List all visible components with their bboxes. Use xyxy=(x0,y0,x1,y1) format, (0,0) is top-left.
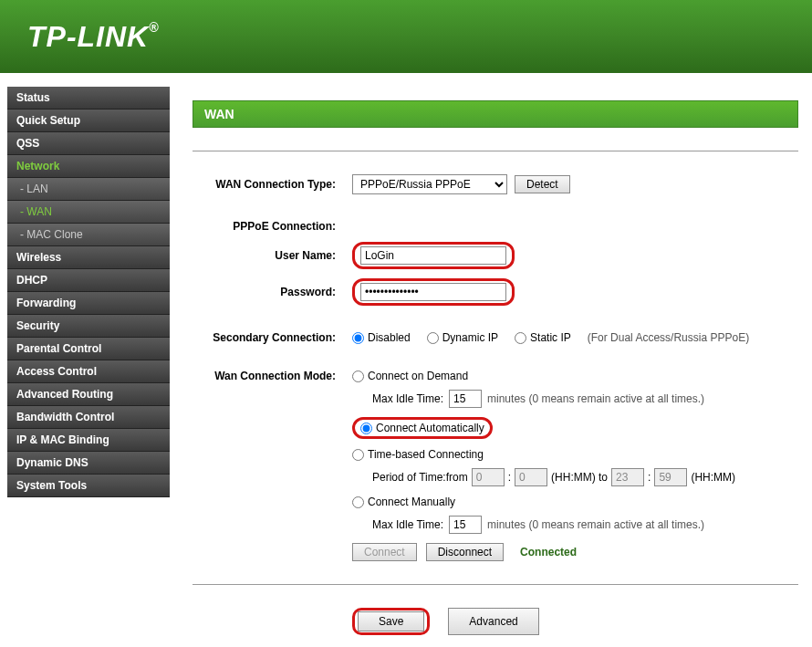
secondary-conn-label: Secondary Connection: xyxy=(193,331,352,344)
period-end-label: (HH:MM) xyxy=(691,471,735,484)
mode-demand-label: Connect on Demand xyxy=(368,370,468,382)
max-idle-help-2: minutes (0 means remain active at all ti… xyxy=(487,518,704,531)
divider xyxy=(193,151,798,151)
period-to-m-input[interactable] xyxy=(654,468,687,486)
divider-bottom xyxy=(193,584,798,585)
secondary-disabled-radio[interactable] xyxy=(352,332,364,344)
sidebar-sub-mac-clone[interactable]: - MAC Clone xyxy=(7,224,170,246)
mode-demand-radio[interactable] xyxy=(352,370,364,382)
sidebar-item-access-control[interactable]: Access Control xyxy=(7,360,170,383)
sidebar-sub-lan[interactable]: - LAN xyxy=(7,178,170,201)
username-input[interactable] xyxy=(360,246,506,265)
sidebar-item-dhcp[interactable]: DHCP xyxy=(7,269,170,292)
brand-logo: TP-LINK® xyxy=(27,20,160,54)
max-idle-label-2: Max Idle Time: xyxy=(372,518,443,531)
password-input[interactable] xyxy=(360,283,506,301)
secondary-dynamic-radio[interactable] xyxy=(427,332,439,344)
password-highlight xyxy=(352,278,515,306)
colon-1: : xyxy=(508,471,511,484)
sidebar-item-forwarding[interactable]: Forwarding xyxy=(7,292,170,315)
sidebar-item-dynamic-dns[interactable]: Dynamic DNS xyxy=(7,452,170,475)
advanced-button[interactable]: Advanced xyxy=(448,608,538,635)
secondary-help-text: (For Dual Access/Russia PPPoE) xyxy=(588,331,749,344)
secondary-disabled-label: Disabled xyxy=(368,331,411,344)
max-idle-input-1[interactable] xyxy=(449,390,482,408)
sidebar-item-qss[interactable]: QSS xyxy=(7,132,170,155)
sidebar-item-bandwidth-control[interactable]: Bandwidth Control xyxy=(7,406,170,429)
mode-auto-highlight: Connect Automatically xyxy=(352,417,493,439)
sidebar-item-network[interactable]: Network xyxy=(7,155,170,178)
sidebar-item-system-tools[interactable]: System Tools xyxy=(7,475,170,497)
secondary-static-label: Static IP xyxy=(530,331,571,344)
sidebar-nav: Status Quick Setup QSS Network - LAN - W… xyxy=(0,73,170,647)
sidebar-item-wireless[interactable]: Wireless xyxy=(7,246,170,269)
username-label: User Name: xyxy=(193,249,352,262)
save-button[interactable]: Save xyxy=(358,611,424,631)
period-from-h-input[interactable] xyxy=(472,468,505,486)
period-from-m-input[interactable] xyxy=(515,468,547,486)
max-idle-input-2[interactable] xyxy=(449,516,482,534)
wan-conn-type-select[interactable]: PPPoE/Russia PPPoE xyxy=(352,174,507,194)
period-to-h-input[interactable] xyxy=(611,468,644,486)
max-idle-label-1: Max Idle Time: xyxy=(372,392,443,405)
username-highlight xyxy=(352,242,515,269)
mode-time-label: Time-based Connecting xyxy=(368,448,484,461)
sidebar-item-quick-setup[interactable]: Quick Setup xyxy=(7,110,170,132)
mode-manual-radio[interactable] xyxy=(352,496,364,508)
sidebar-sub-wan[interactable]: - WAN xyxy=(7,201,170,224)
page-title: WAN xyxy=(193,100,798,128)
period-from-label: Period of Time:from xyxy=(372,471,468,484)
sidebar-item-parental-control[interactable]: Parental Control xyxy=(7,338,170,360)
sidebar-item-security[interactable]: Security xyxy=(7,315,170,338)
wan-mode-label: Wan Connection Mode: xyxy=(193,370,352,382)
mode-manual-label: Connect Manually xyxy=(368,496,455,508)
save-highlight: Save xyxy=(352,608,430,635)
sidebar-item-status[interactable]: Status xyxy=(7,87,170,110)
mode-auto-label: Connect Automatically xyxy=(376,422,484,434)
connection-status: Connected xyxy=(520,546,577,558)
sidebar-item-advanced-routing[interactable]: Advanced Routing xyxy=(7,383,170,406)
sidebar-item-ip-mac-binding[interactable]: IP & MAC Binding xyxy=(7,429,170,452)
password-label: Password: xyxy=(193,286,352,298)
disconnect-button[interactable]: Disconnect xyxy=(426,543,504,561)
mode-auto-radio[interactable] xyxy=(360,423,372,434)
period-to-label: (HH:MM) to xyxy=(551,471,608,484)
mode-time-radio[interactable] xyxy=(352,449,364,461)
wan-conn-type-label: WAN Connection Type: xyxy=(193,178,352,191)
max-idle-help-1: minutes (0 means remain active at all ti… xyxy=(487,392,704,405)
detect-button[interactable]: Detect xyxy=(515,175,570,193)
header: TP-LINK® xyxy=(0,0,812,73)
connect-button[interactable]: Connect xyxy=(352,543,417,561)
pppoe-section-label: PPPoE Connection: xyxy=(193,220,352,233)
secondary-dynamic-label: Dynamic IP xyxy=(442,331,498,344)
content-area: WAN WAN Connection Type: PPPoE/Russia PP… xyxy=(170,73,812,647)
colon-2: : xyxy=(648,471,651,484)
secondary-static-radio[interactable] xyxy=(515,332,526,344)
